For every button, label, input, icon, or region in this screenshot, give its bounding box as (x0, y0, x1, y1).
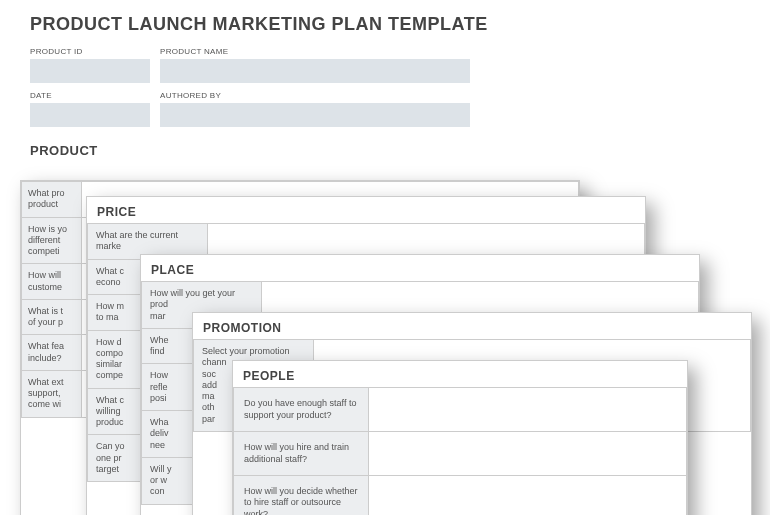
a-people-3[interactable] (369, 476, 687, 516)
q-product-2: How is yodifferentcompeti (22, 217, 82, 264)
q-product-4: What is tof your p (22, 299, 82, 335)
heading-price: PRICE (87, 197, 645, 223)
label-product-id: PRODUCT ID (30, 45, 150, 59)
heading-promotion: PROMOTION (193, 313, 751, 339)
a-people-1[interactable] (369, 388, 687, 432)
header-fields: PRODUCT ID PRODUCT NAME DATE AUTHORED BY (0, 45, 770, 127)
heading-place: PLACE (141, 255, 699, 281)
section-heading-product: PRODUCT (0, 133, 770, 162)
q-people-3: How will you decide whether to hire staf… (234, 476, 369, 516)
label-product-name: PRODUCT NAME (160, 45, 470, 59)
q-people-1: Do you have enough staff to support your… (234, 388, 369, 432)
field-product-name: PRODUCT NAME (160, 45, 470, 83)
q-product-6: What extsupport,come wi (22, 370, 82, 417)
table-people: Do you have enough staff to support your… (233, 387, 687, 515)
input-authored-by[interactable] (160, 103, 470, 127)
q-product-1: What proproduct (22, 182, 82, 218)
field-product-id: PRODUCT ID (30, 45, 150, 83)
label-authored-by: AUTHORED BY (160, 89, 470, 103)
field-date: DATE (30, 89, 150, 127)
a-people-2[interactable] (369, 432, 687, 476)
field-row-2: DATE AUTHORED BY (30, 89, 740, 127)
page-title: PRODUCT LAUNCH MARKETING PLAN TEMPLATE (0, 0, 770, 45)
q-people-2: How will you hire and train additional s… (234, 432, 369, 476)
field-authored-by: AUTHORED BY (160, 89, 470, 127)
input-date[interactable] (30, 103, 150, 127)
heading-people: PEOPLE (233, 361, 687, 387)
label-date: DATE (30, 89, 150, 103)
input-product-id[interactable] (30, 59, 150, 83)
q-product-3: How willcustome (22, 264, 82, 300)
card-people: PEOPLE Do you have enough staff to suppo… (232, 360, 688, 515)
input-product-name[interactable] (160, 59, 470, 83)
q-product-5: What feainclude? (22, 335, 82, 371)
field-row-1: PRODUCT ID PRODUCT NAME (30, 45, 740, 83)
